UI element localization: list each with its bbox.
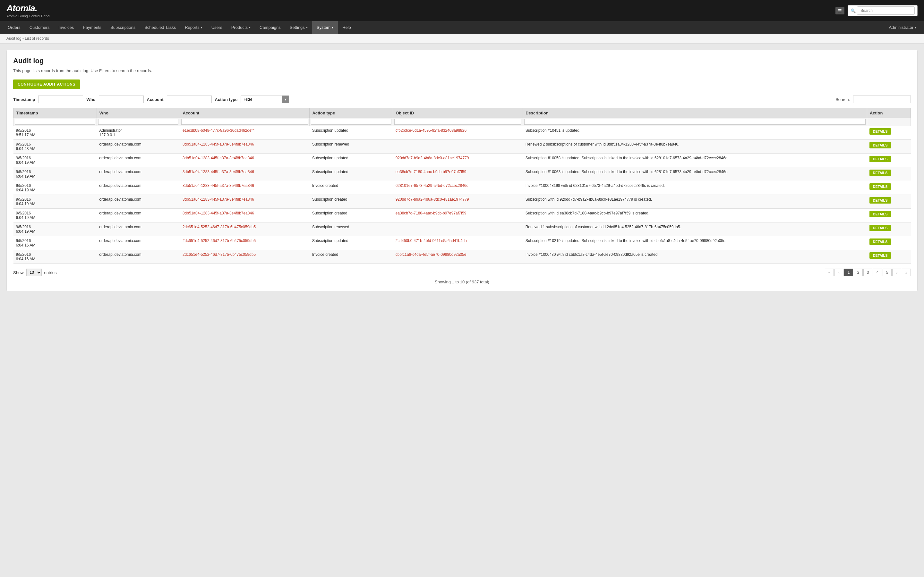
details-button[interactable]: DETAILS [869,211,891,218]
cell-action-type: Subscription updated [310,153,393,167]
page-first-button[interactable]: « [825,269,834,276]
nav-item-subscriptions[interactable]: Subscriptions [106,21,140,34]
nav-item-reports[interactable]: Reports ▾ [180,21,207,34]
account-link[interactable]: 2dc651e4-5252-46d7-817b-6b475c059db5 [183,239,256,243]
account-link[interactable]: 8db51a04-1283-445f-a37a-3e4f8b7ea846 [183,156,254,160]
account-link[interactable]: 2dc651e4-5252-46d7-817b-6b475c059db5 [183,225,256,229]
object-id-link[interactable]: ea38cb7d-7180-4aac-b9cb-b97e97af7f59 [396,211,467,215]
page-number-button[interactable]: 1 [844,269,853,276]
object-id-link[interactable]: 628101e7-6573-4a29-a4bd-d72ccec2846c [396,183,468,188]
page-number-button[interactable]: 4 [873,269,882,276]
menu-icon-button[interactable]: ☰ [835,7,845,15]
table-body: 9/5/2016 8:51:17 AMAdministrator 127.0.0… [13,126,911,264]
nav-item-users[interactable]: Users [207,21,227,34]
header-search-input[interactable] [857,6,915,15]
cell-action: DETAILS [867,126,911,140]
cell-timestamp: 9/5/2016 6:04:19 AM [13,181,97,195]
page-prev-button[interactable]: ‹ [835,269,843,276]
timestamp-filter-input[interactable] [38,95,83,103]
filter-action-cell [867,118,911,126]
nav-item-help[interactable]: Help [338,21,355,34]
details-button[interactable]: DETAILS [869,239,891,245]
page-last-button[interactable]: » [902,269,911,276]
table-row: 9/5/2016 6:04:19 AMorderapi.dev.atomia.c… [13,195,911,209]
table-footer: Show 10 25 50 entries «‹12345›» [13,269,911,276]
details-button[interactable]: DETAILS [869,197,891,203]
cell-action-type: Subscription created [310,195,393,209]
table-row: 9/5/2016 6:04:48 AMorderapi.dev.atomia.c… [13,140,911,153]
details-button[interactable]: DETAILS [869,156,891,162]
page-number-button[interactable]: 2 [854,269,863,276]
table-row: 9/5/2016 8:51:17 AMAdministrator 127.0.0… [13,126,911,140]
nav-item-payments[interactable]: Payments [78,21,106,34]
table-search-input[interactable] [853,95,911,103]
table-row: 9/5/2016 6:04:16 AMorderapi.dev.atomia.c… [13,250,911,264]
page-next-button[interactable]: › [892,269,901,276]
object-id-link[interactable]: 920dd7d7-b9a2-4b6a-8dc0-e81ae1974779 [396,197,469,201]
account-link[interactable]: 2dc651e4-5252-46d7-817b-6b475c059db5 [183,252,256,257]
nav-item-customers[interactable]: Customers [25,21,54,34]
timestamp-filter-label: Timestamp [13,97,35,102]
object-id-link[interactable]: 2cd450b0-471b-4bfd-961f-e5a6ad41b4da [396,239,467,243]
details-button[interactable]: DETAILS [869,128,891,135]
nav-item-system[interactable]: System ▾ [312,21,338,34]
cell-description: Subscription #10058 is updated. Subscrip… [523,153,867,167]
who-filter-input[interactable] [99,95,144,103]
col-filter-object-id[interactable] [394,119,521,125]
nav-item-admin[interactable]: Administrator ▾ [884,21,921,34]
action-type-select-wrap: Filter ▾ [241,95,289,103]
nav-item-orders[interactable]: Orders [3,21,25,34]
cell-account: 8db51a04-1283-445f-a37a-3e4f8b7ea846 [180,167,310,181]
filter-who-cell [97,118,180,126]
page-number-button[interactable]: 5 [883,269,892,276]
account-link[interactable]: 8db51a04-1283-445f-a37a-3e4f8b7ea846 [183,211,254,215]
account-link[interactable]: 8db51a04-1283-445f-a37a-3e4f8b7ea846 [183,142,254,147]
account-filter-input[interactable] [167,95,212,103]
per-page-select[interactable]: 10 25 50 [26,269,42,276]
cell-object-id [393,222,523,236]
nav-item-scheduled-tasks[interactable]: Scheduled Tasks [140,21,180,34]
cell-action: DETAILS [867,167,911,181]
show-entries: Show 10 25 50 entries [13,269,57,276]
details-button[interactable]: DETAILS [869,252,891,259]
col-filter-description[interactable] [524,119,866,125]
page-number-button[interactable]: 3 [863,269,872,276]
nav-item-settings[interactable]: Settings ▾ [285,21,312,34]
account-link[interactable]: e1ecdb08-b048-477c-8a96-36dad462def4 [183,128,255,133]
details-button[interactable]: DETAILS [869,183,891,190]
filter-action-type-cell [310,118,393,126]
account-link[interactable]: 8db51a04-1283-445f-a37a-3e4f8b7ea846 [183,169,254,174]
cell-action-type: Subscription updated [310,126,393,140]
details-button[interactable]: DETAILS [869,169,891,176]
action-type-select[interactable]: Filter [241,95,282,103]
cell-timestamp: 9/5/2016 8:51:17 AM [13,126,97,140]
pagination: «‹12345›» [825,269,911,276]
logo-subtitle: Atomia Billing Control Panel [6,14,50,18]
col-filter-action-type[interactable] [311,119,391,125]
cell-object-id: cfb2b3ce-6d1a-4595-92fa-832408a98826 [393,126,523,140]
configure-audit-actions-button[interactable]: CONFIGURE AUDIT ACTIONS [13,79,80,89]
col-object-id: Object ID [393,108,523,118]
cell-description: Subscription with id 920dd7d7-b9a2-4b6a-… [523,195,867,209]
entries-label: entries [44,270,57,275]
object-id-link[interactable]: 920dd7d7-b9a2-4b6a-8dc0-e81ae1974779 [396,156,469,160]
col-filter-who[interactable] [98,119,179,125]
action-type-select-arrow[interactable]: ▾ [282,95,289,103]
cell-description: Invoice #1000480 with id cbbfc1a8-c4da-4… [523,250,867,264]
cell-action: DETAILS [867,236,911,250]
cell-timestamp: 9/5/2016 6:04:16 AM [13,236,97,250]
nav-item-campaigns[interactable]: Campaigns [255,21,285,34]
details-button[interactable]: DETAILS [869,142,891,148]
object-id-link[interactable]: cfb2b3ce-6d1a-4595-92fa-832408a98826 [396,128,467,133]
col-filter-account[interactable] [181,119,308,125]
nav-item-products[interactable]: Products ▾ [227,21,255,34]
object-id-link[interactable]: cbbfc1a8-c4da-4e5f-ae70-09880d92a05e [396,252,467,257]
account-link[interactable]: 8db51a04-1283-445f-a37a-3e4f8b7ea846 [183,183,254,188]
search-icon: 🔍 [851,8,856,13]
cell-timestamp: 9/5/2016 6:04:19 AM [13,167,97,181]
details-button[interactable]: DETAILS [869,225,891,231]
col-filter-timestamp[interactable] [15,119,95,125]
object-id-link[interactable]: ea38cb7d-7180-4aac-b9cb-b97e97af7f59 [396,169,467,174]
nav-item-invoices[interactable]: Invoices [54,21,79,34]
account-link[interactable]: 8db51a04-1283-445f-a37a-3e4f8b7ea846 [183,197,254,201]
